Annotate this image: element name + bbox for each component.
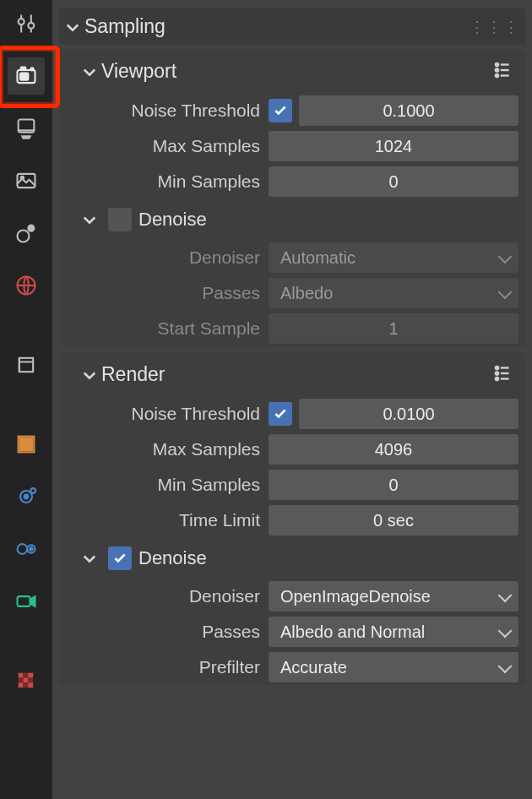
chevron-down-icon [81, 211, 98, 228]
viewport-noise-threshold-label: Noise Threshold [66, 101, 269, 121]
drag-grip-icon[interactable]: ⋮⋮⋮ [470, 18, 520, 36]
svg-point-2 [30, 68, 33, 70]
svg-rect-23 [24, 678, 29, 683]
svg-point-13 [24, 495, 29, 499]
chevron-down-icon [81, 550, 98, 567]
chevron-down-icon [64, 19, 81, 35]
svg-point-17 [30, 547, 33, 551]
tab-scene[interactable] [8, 215, 45, 252]
render-prefilter-label: Prefilter [66, 657, 269, 677]
render-noise-threshold-checkbox[interactable] [269, 402, 292, 426]
svg-rect-20 [24, 673, 29, 678]
render-properties-panel: Sampling ⋮⋮⋮ Viewport Noise Threshold [52, 0, 532, 799]
viewport-max-samples-field[interactable]: 1024 [269, 131, 518, 161]
svg-rect-22 [19, 678, 24, 683]
svg-point-5 [21, 177, 24, 180]
viewport-denoiser-dropdown[interactable]: Automatic [269, 242, 518, 273]
svg-rect-26 [24, 682, 29, 688]
svg-point-7 [28, 226, 34, 231]
viewport-min-samples-field[interactable]: 0 [269, 166, 518, 197]
viewport-denoise-checkbox[interactable] [108, 208, 132, 231]
tab-world[interactable] [8, 267, 45, 304]
tab-object[interactable] [8, 346, 45, 383]
render-min-samples-label: Min Samples [66, 475, 269, 495]
viewport-start-sample-field[interactable]: 1 [269, 313, 518, 344]
render-passes-dropdown[interactable]: Albedo and Normal [269, 617, 518, 647]
render-denoiser-dropdown[interactable]: OpenImageDenoise [269, 581, 518, 611]
render-denoiser-label: Denoiser [66, 586, 269, 606]
subpanel-viewport-header[interactable]: Viewport [59, 50, 525, 93]
viewport-start-sample-label: Start Sample [66, 318, 269, 339]
svg-rect-24 [28, 678, 33, 683]
tab-constraints[interactable] [8, 583, 45, 620]
svg-point-32 [496, 372, 498, 374]
tab-physics[interactable] [8, 530, 45, 568]
svg-rect-27 [28, 682, 33, 688]
viewport-denoise-header[interactable]: Denoise [59, 199, 525, 240]
viewport-min-samples-label: Min Samples [66, 171, 269, 192]
svg-point-31 [496, 366, 498, 368]
panel-sampling-title: Sampling [84, 15, 166, 38]
render-max-samples-field[interactable]: 4096 [269, 434, 518, 465]
viewport-noise-threshold-checkbox[interactable] [269, 99, 292, 122]
viewport-passes-dropdown[interactable]: Albedo [269, 278, 518, 308]
viewport-max-samples-label: Max Samples [66, 136, 269, 156]
viewport-title: Viewport [101, 60, 176, 83]
tab-render[interactable] [8, 57, 45, 95]
svg-rect-0 [18, 70, 35, 83]
svg-rect-18 [18, 596, 30, 606]
svg-point-28 [496, 63, 498, 65]
svg-point-33 [496, 377, 498, 379]
render-prefilter-dropdown[interactable]: Accurate [269, 652, 518, 682]
render-title: Render [101, 363, 165, 386]
svg-rect-10 [20, 438, 32, 450]
render-noise-threshold-label: Noise Threshold [66, 404, 269, 424]
subpanel-render-header[interactable]: Render [59, 353, 525, 396]
render-time-limit-label: Time Limit [66, 510, 269, 530]
panel-sampling-header[interactable]: Sampling ⋮⋮⋮ [59, 8, 525, 45]
tab-output[interactable] [8, 110, 45, 147]
svg-rect-19 [19, 673, 24, 678]
svg-point-14 [30, 488, 35, 493]
svg-rect-25 [19, 682, 24, 688]
svg-point-6 [18, 231, 30, 242]
tab-tool[interactable] [8, 5, 45, 42]
tab-modifiers[interactable] [8, 426, 45, 463]
properties-tabs-sidebar [0, 0, 52, 799]
render-min-samples-field[interactable]: 0 [269, 470, 518, 500]
render-passes-label: Passes [66, 622, 269, 642]
preset-menu-icon[interactable] [491, 59, 513, 84]
viewport-passes-label: Passes [66, 283, 269, 303]
render-denoise-checkbox[interactable] [108, 546, 132, 570]
render-denoise-header[interactable]: Denoise [59, 538, 525, 579]
render-max-samples-label: Max Samples [66, 439, 269, 459]
svg-rect-9 [19, 358, 33, 372]
render-noise-threshold-field[interactable]: 0.0100 [299, 399, 518, 429]
tab-particles[interactable] [8, 478, 45, 515]
svg-rect-1 [20, 73, 28, 80]
viewport-denoiser-label: Denoiser [66, 247, 269, 268]
render-denoise-title: Denoise [138, 547, 207, 569]
chevron-down-icon [81, 63, 98, 80]
svg-point-15 [18, 544, 28, 554]
render-time-limit-field[interactable]: 0 sec [269, 505, 518, 535]
tab-material[interactable] [8, 662, 45, 699]
preset-menu-icon[interactable] [491, 362, 513, 388]
tab-viewlayer[interactable] [8, 162, 45, 199]
viewport-denoise-title: Denoise [138, 209, 207, 231]
svg-rect-21 [28, 673, 33, 678]
svg-point-29 [496, 68, 498, 71]
viewport-noise-threshold-field[interactable]: 0.1000 [299, 95, 518, 126]
chevron-down-icon [81, 367, 98, 383]
svg-point-30 [496, 73, 498, 76]
